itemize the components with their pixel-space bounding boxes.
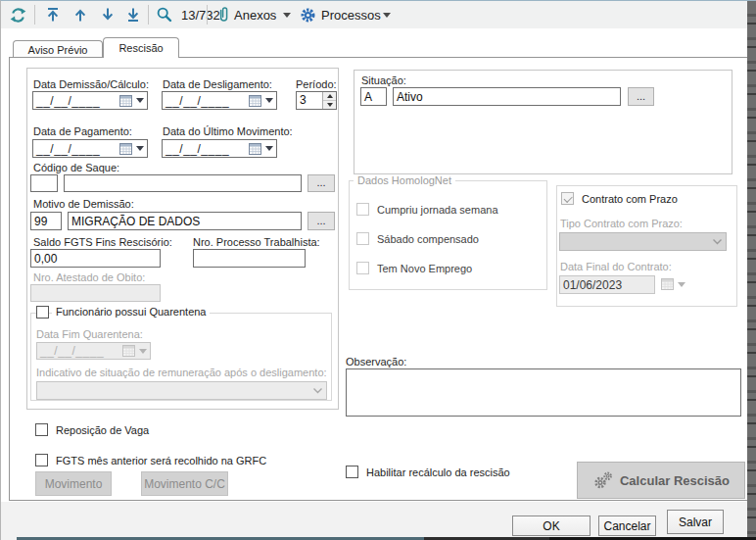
search-button[interactable] <box>154 5 175 25</box>
first-record-button[interactable] <box>42 5 64 25</box>
calendar-dropdown[interactable] <box>119 143 144 155</box>
periodo-value: 3 <box>297 92 322 109</box>
calendar-dropdown[interactable] <box>119 95 144 107</box>
spinner-buttons[interactable] <box>322 92 336 109</box>
reposicao-vaga-checkbox[interactable] <box>35 423 48 436</box>
atestado-obito-label: Nro. Atestado de Obito: <box>33 271 145 283</box>
situacao-browse-button[interactable]: ... <box>628 87 654 106</box>
data-fim-quarentena-field: __/__/____ <box>36 342 151 360</box>
ok-button[interactable]: OK <box>512 515 591 536</box>
codigo-saque-label: Código de Saque: <box>33 162 119 173</box>
search-icon <box>156 6 173 24</box>
motivo-demissao-descricao: MIGRAÇÃO DE DADOS <box>71 215 200 228</box>
tab-aviso-previo[interactable]: Aviso Prévio <box>13 40 103 58</box>
background-window-edge <box>747 1 756 540</box>
processos-dropdown-caret[interactable] <box>383 13 391 18</box>
indicativo-label: Indicativo de situação de remuneração ap… <box>36 367 327 378</box>
calendar-icon <box>119 95 132 107</box>
anexos-button[interactable] <box>213 5 234 25</box>
chevron-down-icon <box>139 349 147 354</box>
spin-down-icon[interactable] <box>323 100 336 109</box>
data-desligamento-label: Data de Desligamento: <box>163 78 272 90</box>
date-mask: __/__/____ <box>40 344 104 358</box>
tab-rescisao[interactable]: Rescisão <box>103 37 179 58</box>
calendar-icon <box>119 143 132 155</box>
refresh-button[interactable] <box>7 5 28 25</box>
processos-button[interactable] <box>297 5 318 25</box>
tem-novo-emprego-label: Tem Novo Emprego <box>377 263 472 274</box>
chevron-down-icon <box>265 146 273 151</box>
motivo-demissao-descricao-input[interactable]: MIGRAÇÃO DE DADOS <box>68 212 302 230</box>
movimento-button[interactable]: Movimento <box>35 471 112 496</box>
homolognet-title: Dados HomologNet <box>354 174 455 186</box>
next-record-button[interactable] <box>97 5 118 25</box>
situacao-descricao: Ativo <box>397 90 423 104</box>
saldo-fgts-label: Saldo FGTS Fins Rescisório: <box>33 236 172 248</box>
calendar-icon <box>122 345 135 357</box>
salvar-button[interactable]: Salvar <box>667 510 724 534</box>
movimento-cc-button-label: Movimento C/C <box>144 477 225 491</box>
anexos-dropdown-caret[interactable] <box>283 13 291 18</box>
data-demissao-label: Data Demissão/Cálculo: <box>33 78 149 90</box>
motivo-demissao-code-input[interactable]: 99 <box>30 212 62 230</box>
refresh-icon <box>9 7 27 24</box>
data-desligamento-field[interactable]: __/__/____ <box>162 91 277 110</box>
data-ultimo-movimento-field[interactable]: __/__/____ <box>162 139 277 158</box>
tab-label: Rescisão <box>118 42 163 54</box>
salvar-button-label: Salvar <box>679 515 712 529</box>
rescisao-window: 13/732 Anexos Processos Aviso Prévi <box>0 0 756 540</box>
motivo-demissao-browse-button[interactable]: ... <box>307 212 335 230</box>
processo-trabalhista-input[interactable] <box>193 249 306 268</box>
sabado-compensado-checkbox <box>356 232 369 245</box>
cancelar-button[interactable]: Cancelar <box>598 515 656 536</box>
periodo-label: Período: <box>296 78 337 90</box>
periodo-spinner[interactable]: 3 <box>296 91 337 110</box>
calendar-dropdown[interactable] <box>249 143 273 155</box>
spin-up-icon[interactable] <box>323 92 336 100</box>
processos-label[interactable]: Processos <box>321 8 381 23</box>
habilitar-recalculo-checkbox[interactable] <box>346 466 358 478</box>
atestado-obito-input <box>30 284 161 302</box>
previous-record-button[interactable] <box>70 5 91 25</box>
calendar-icon <box>249 143 261 155</box>
reposicao-vaga-label[interactable]: Reposição de Vaga <box>56 424 149 436</box>
last-record-button[interactable] <box>122 5 144 25</box>
quarentena-title[interactable]: Funcionário possui Quarentena <box>52 306 210 318</box>
contrato-com-prazo-checkbox <box>561 192 574 205</box>
data-demissao-field[interactable]: __/__/____ <box>32 91 148 110</box>
data-final-contrato-value: 01/06/2023 <box>563 278 622 292</box>
ok-button-label: OK <box>543 519 559 533</box>
anexos-label[interactable]: Anexos <box>234 8 276 23</box>
calendar-dropdown[interactable] <box>249 95 273 107</box>
movimento-cc-button[interactable]: Movimento C/C <box>141 471 228 496</box>
observacao-textarea[interactable] <box>346 368 741 417</box>
calcular-rescisao-label: Calcular Rescisão <box>620 473 730 488</box>
data-ultimo-movimento-label: Data do Último Movimento: <box>163 125 293 137</box>
contrato-com-prazo-label: Contrato com Prazo <box>582 193 678 205</box>
codigo-saque-descricao-input[interactable] <box>64 174 302 192</box>
calcular-rescisao-button[interactable]: Calcular Rescisão <box>577 462 745 499</box>
toolbar-separator <box>148 5 149 25</box>
saldo-fgts-input[interactable]: 0,00 <box>30 249 161 268</box>
situacao-code: A <box>364 90 372 104</box>
codigo-saque-code-input[interactable] <box>30 174 58 192</box>
toolbar-separator <box>34 5 35 25</box>
situacao-code-input[interactable]: A <box>360 87 387 106</box>
fgts-grfc-label[interactable]: FGTS mês anterior será recolhido na GRFC <box>56 455 266 466</box>
chevron-down-icon <box>265 98 273 103</box>
date-mask: __/__/____ <box>36 94 100 108</box>
tipo-contrato-label: Tipo Contrato com Prazo: <box>560 218 683 229</box>
quarentena-checkbox[interactable] <box>36 306 49 319</box>
chevron-down-icon <box>312 387 323 394</box>
gear-icon <box>300 7 316 24</box>
codigo-saque-browse-button[interactable]: ... <box>307 174 335 192</box>
movimento-button-label: Movimento <box>45 477 103 491</box>
habilitar-recalculo-label[interactable]: Habilitar recálculo da rescisão <box>366 466 510 478</box>
situacao-group-box <box>354 70 732 174</box>
cumpriu-jornada-label: Cumpriu jornada semana <box>377 204 498 216</box>
situacao-descricao-input[interactable]: Ativo <box>393 87 621 106</box>
data-pagamento-field[interactable]: __/__/____ <box>32 139 148 158</box>
date-mask: __/__/____ <box>36 142 100 156</box>
calendar-dropdown <box>661 278 685 290</box>
fgts-grfc-checkbox[interactable] <box>35 454 48 466</box>
